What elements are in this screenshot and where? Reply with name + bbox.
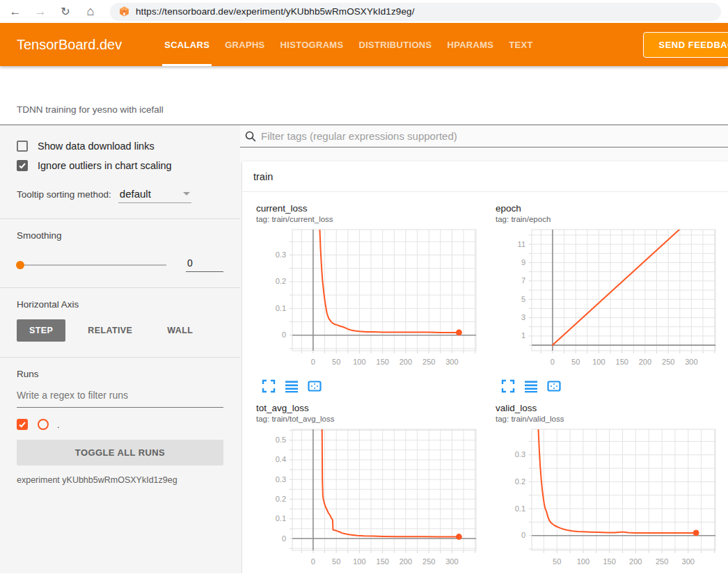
runs-regex-placeholder: Write a regex to filter runs bbox=[17, 390, 128, 401]
chart-card-current-loss: current_loss tag: train/current_loss 050… bbox=[242, 200, 482, 400]
svg-text:11: 11 bbox=[518, 240, 525, 248]
svg-text:0.3: 0.3 bbox=[515, 450, 525, 459]
check-icon bbox=[18, 420, 26, 429]
svg-text:150: 150 bbox=[377, 557, 389, 566]
chart-plot[interactable]: 05010015020025030000.10.20.30.40.5 bbox=[256, 427, 482, 573]
toggle-all-runs-button[interactable]: TOGGLE ALL RUNS bbox=[17, 440, 223, 465]
axis-relative-button[interactable]: RELATIVE bbox=[75, 319, 145, 342]
svg-text:50: 50 bbox=[332, 557, 340, 566]
svg-text:0.1: 0.1 bbox=[276, 514, 286, 523]
svg-text:300: 300 bbox=[445, 358, 458, 366]
tooltip-sorting-select[interactable]: default bbox=[118, 186, 191, 203]
svg-text:250: 250 bbox=[662, 358, 674, 366]
svg-text:0: 0 bbox=[311, 557, 315, 566]
tooltip-sorting-label: Tooltip sorting method: bbox=[17, 189, 111, 200]
fit-domain-icon[interactable] bbox=[547, 379, 561, 393]
svg-text:300: 300 bbox=[682, 557, 695, 566]
browser-home-icon[interactable] bbox=[82, 3, 99, 20]
expand-chart-icon[interactable] bbox=[262, 379, 276, 393]
browser-forward-icon[interactable] bbox=[32, 3, 49, 20]
charts-grid: current_loss tag: train/current_loss 050… bbox=[242, 192, 728, 573]
svg-text:200: 200 bbox=[629, 557, 642, 566]
experiment-title: TDNN training for yesno with icefall bbox=[17, 104, 164, 115]
tensorboard-logo[interactable]: TensorBoard.dev bbox=[17, 37, 122, 53]
show-download-links-checkbox[interactable] bbox=[17, 141, 28, 152]
tag-group-header[interactable]: train bbox=[242, 161, 728, 192]
svg-text:200: 200 bbox=[399, 358, 412, 366]
runs-regex-input[interactable]: Write a regex to filter runs bbox=[17, 389, 223, 408]
tab-distributions[interactable]: DISTRIBUTIONS bbox=[351, 23, 439, 66]
svg-text:0.3: 0.3 bbox=[276, 250, 286, 259]
chart-title: epoch bbox=[496, 203, 721, 214]
run-row: . bbox=[17, 419, 223, 430]
ignore-outliers-checkbox[interactable] bbox=[17, 160, 28, 171]
axis-wall-button[interactable]: WALL bbox=[155, 319, 205, 342]
smoothing-slider-thumb[interactable] bbox=[16, 261, 24, 269]
search-icon bbox=[244, 130, 257, 143]
filter-tags-input[interactable]: Filter tags (regular expressions support… bbox=[240, 125, 728, 148]
horizontal-axis-label: Horizontal Axis bbox=[17, 288, 223, 310]
ignore-outliers-label: Ignore outliers in chart scaling bbox=[38, 160, 172, 171]
experiment-id-line: experiment yKUbhb5wRmOSXYkId1z9eg bbox=[17, 475, 223, 485]
tab-graphs[interactable]: GRAPHS bbox=[217, 23, 272, 66]
browser-back-icon[interactable] bbox=[7, 3, 24, 20]
svg-text:100: 100 bbox=[353, 557, 365, 566]
show-download-links-label: Show data download links bbox=[38, 141, 155, 152]
chart-plot[interactable]: 05010015020025030000.10.20.3 bbox=[256, 228, 482, 374]
svg-text:0.3: 0.3 bbox=[276, 475, 286, 484]
scalars-main: Filter tags (regular expressions support… bbox=[240, 125, 728, 573]
smoothing-value-input[interactable]: 0 bbox=[186, 257, 223, 272]
svg-text:300: 300 bbox=[445, 557, 458, 566]
expand-chart-icon[interactable] bbox=[501, 379, 515, 393]
svg-text:0.5: 0.5 bbox=[276, 436, 286, 444]
svg-text:50: 50 bbox=[571, 358, 580, 366]
smoothing-slider[interactable] bbox=[17, 264, 166, 266]
log-scale-icon[interactable] bbox=[524, 379, 538, 393]
svg-text:300: 300 bbox=[685, 358, 697, 366]
send-feedback-button[interactable]: SEND FEEDBACK bbox=[643, 32, 728, 58]
svg-text:200: 200 bbox=[639, 358, 651, 366]
browser-reload-icon[interactable] bbox=[57, 3, 74, 20]
run-checkbox[interactable] bbox=[17, 419, 28, 430]
chart-plot[interactable]: 0501001502002503001357911 bbox=[496, 228, 721, 374]
show-download-links-row: Show data download links bbox=[17, 141, 223, 152]
tab-scalars[interactable]: SCALARS bbox=[157, 23, 217, 66]
chart-tag: tag: train/valid_loss bbox=[496, 415, 721, 423]
tab-text[interactable]: TEXT bbox=[501, 23, 540, 66]
tab-hparams[interactable]: HPARAMS bbox=[439, 23, 501, 66]
check-icon bbox=[18, 161, 26, 170]
svg-text:250: 250 bbox=[656, 557, 668, 566]
svg-text:0: 0 bbox=[551, 358, 555, 366]
chart-card-tot-avg-loss: tot_avg_loss tag: train/tot_avg_loss 050… bbox=[242, 400, 482, 573]
svg-text:150: 150 bbox=[603, 557, 615, 566]
run-name: . bbox=[57, 420, 60, 430]
svg-text:200: 200 bbox=[399, 557, 412, 566]
chart-tag: tag: train/epoch bbox=[496, 215, 721, 223]
log-scale-icon[interactable] bbox=[285, 379, 299, 393]
svg-text:0.4: 0.4 bbox=[276, 455, 286, 463]
svg-text:1: 1 bbox=[521, 331, 525, 340]
svg-text:0.1: 0.1 bbox=[515, 504, 525, 513]
tooltip-sorting-value: default bbox=[120, 188, 171, 200]
ignore-outliers-row: Ignore outliers in chart scaling bbox=[17, 160, 223, 171]
chart-tag: tag: train/tot_avg_loss bbox=[256, 415, 482, 423]
filter-tags-placeholder: Filter tags (regular expressions support… bbox=[261, 130, 457, 142]
chevron-down-icon bbox=[183, 192, 190, 196]
tensorboard-favicon bbox=[118, 6, 130, 17]
address-bar[interactable]: https://tensorboard.dev/experiment/yKUbh… bbox=[110, 3, 721, 21]
svg-text:0.2: 0.2 bbox=[276, 495, 286, 503]
svg-text:0.1: 0.1 bbox=[276, 304, 286, 312]
svg-text:0.2: 0.2 bbox=[515, 477, 525, 486]
run-color-swatch-icon bbox=[38, 419, 49, 430]
tab-histograms[interactable]: HISTOGRAMS bbox=[273, 23, 351, 66]
axis-step-button[interactable]: STEP bbox=[17, 319, 65, 342]
chart-tag: tag: train/current_loss bbox=[256, 215, 482, 223]
svg-text:250: 250 bbox=[422, 358, 435, 366]
chart-title: current_loss bbox=[256, 203, 482, 214]
svg-text:0: 0 bbox=[521, 531, 525, 539]
fit-domain-icon[interactable] bbox=[308, 379, 322, 393]
chart-plot[interactable]: 5010015020025030000.10.20.3 bbox=[496, 427, 721, 573]
chart-title: tot_avg_loss bbox=[256, 403, 482, 413]
settings-sidebar: Show data download links Ignore outliers… bbox=[0, 125, 240, 573]
browser-toolbar: https://tensorboard.dev/experiment/yKUbh… bbox=[0, 0, 728, 23]
